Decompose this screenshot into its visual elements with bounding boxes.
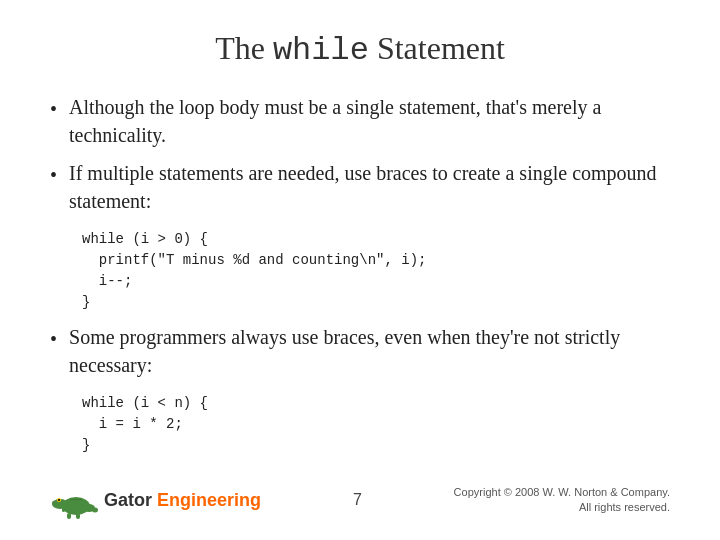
svg-rect-2 xyxy=(52,501,62,505)
bullet-dot-2: • xyxy=(50,161,57,189)
title-prefix: The xyxy=(215,30,273,66)
bullet-3: • Some programmers always use braces, ev… xyxy=(50,323,670,379)
bullet-text-1: Although the loop body must be a single … xyxy=(69,93,670,149)
code-block-1: while (i > 0) { printf("T minus %d and c… xyxy=(82,229,670,313)
svg-rect-9 xyxy=(62,507,65,512)
footer-brand: Gator Engineering xyxy=(104,490,261,511)
svg-rect-8 xyxy=(76,513,80,519)
svg-point-6 xyxy=(92,508,98,513)
slide-content: • Although the loop body must be a singl… xyxy=(50,93,670,520)
slide-title: The while Statement xyxy=(50,30,670,69)
brand-engineering: Engineering xyxy=(157,490,261,510)
gator-icon xyxy=(50,476,98,524)
bullet-dot-3: • xyxy=(50,325,57,353)
footer: Gator Engineering 7 Copyright © 2008 W. … xyxy=(50,468,670,524)
title-code: while xyxy=(273,32,369,69)
footer-logo: Gator Engineering xyxy=(50,476,261,524)
svg-point-4 xyxy=(58,499,60,501)
code-block-2: while (i < n) { i = i * 2; } xyxy=(82,393,670,456)
bullet-text-2: If multiple statements are needed, use b… xyxy=(69,159,670,215)
page-number: 7 xyxy=(353,491,362,509)
copyright-text: Copyright © 2008 W. W. Norton & Company.… xyxy=(454,485,670,516)
brand-gator: Gator xyxy=(104,490,152,510)
bullet-2: • If multiple statements are needed, use… xyxy=(50,159,670,215)
svg-rect-7 xyxy=(67,513,71,519)
slide: The while Statement • Although the loop … xyxy=(0,0,720,540)
bullet-text-3: Some programmers always use braces, even… xyxy=(69,323,670,379)
bullet-dot-1: • xyxy=(50,95,57,123)
title-suffix: Statement xyxy=(369,30,505,66)
bullet-1: • Although the loop body must be a singl… xyxy=(50,93,670,149)
